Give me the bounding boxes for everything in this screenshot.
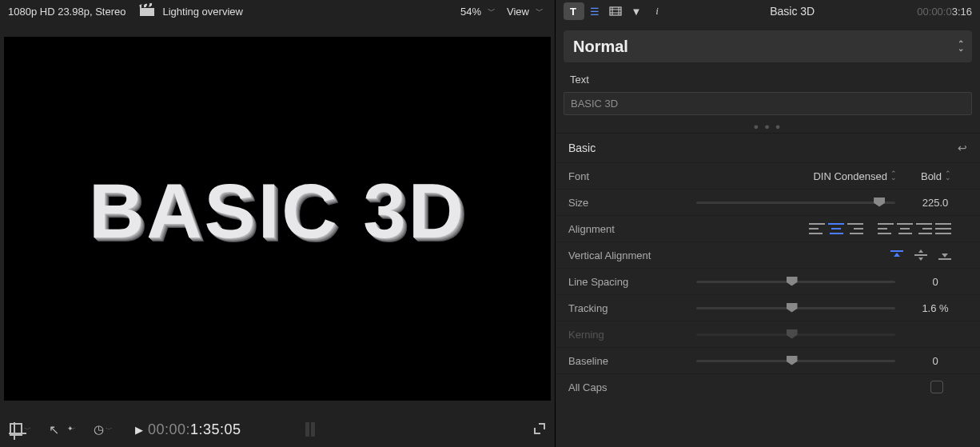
valign-middle[interactable] bbox=[914, 249, 927, 261]
baseline-value[interactable]: 0 bbox=[903, 355, 967, 367]
param-valign: Vertical Alignment bbox=[556, 241, 980, 268]
align-jright[interactable] bbox=[916, 222, 932, 235]
canvas-3d-title: BASIC 3D bbox=[89, 167, 466, 255]
size-label: Size bbox=[568, 197, 688, 209]
reset-button[interactable]: ↩ bbox=[958, 142, 967, 154]
font-family-dropdown[interactable]: DIN Condensed⌃⌄ bbox=[813, 170, 897, 182]
meter-bar bbox=[305, 422, 309, 437]
chevron-down-icon[interactable]: ﹀ bbox=[488, 6, 496, 17]
tracking-value[interactable]: 1.6 % bbox=[903, 302, 967, 314]
format-label: 1080p HD 23.98p, Stereo bbox=[8, 6, 125, 18]
align-jcenter[interactable] bbox=[897, 222, 913, 235]
text-section-label: Text bbox=[556, 67, 980, 89]
param-allcaps: All Caps bbox=[556, 373, 980, 400]
kerning-slider bbox=[696, 333, 895, 336]
inspector-tabs: T ☰ ▼ i bbox=[564, 2, 667, 20]
linespacing-label: Line Spacing bbox=[568, 276, 688, 288]
zoom-value[interactable]: 54% bbox=[460, 6, 481, 18]
align-justify[interactable] bbox=[935, 222, 951, 235]
baseline-slider[interactable] bbox=[696, 360, 895, 362]
valign-label: Vertical Alignment bbox=[568, 249, 688, 261]
viewer-toolbar: ﹀ ↖﹀ ◷﹀ ▶ 00:00:1:35:05 bbox=[0, 412, 555, 447]
align-left[interactable] bbox=[809, 222, 825, 235]
allcaps-checkbox[interactable] bbox=[930, 381, 943, 393]
svg-marker-12 bbox=[942, 253, 948, 257]
clip-title: Lighting overview bbox=[162, 6, 460, 18]
viewer-tools-left: ﹀ ↖﹀ ◷﹀ bbox=[10, 422, 113, 437]
viewer-pane: 1080p HD 23.98p, Stereo Lighting overvie… bbox=[0, 0, 555, 447]
size-value[interactable]: 225.0 bbox=[903, 197, 967, 209]
svg-rect-1 bbox=[610, 7, 621, 15]
retime-tool[interactable]: ◷﹀ bbox=[94, 422, 113, 437]
inspector-header: T ☰ ▼ i Basic 3D 00:00:03:16 bbox=[556, 0, 980, 22]
svg-marker-9 bbox=[918, 249, 923, 253]
tracking-label: Tracking bbox=[568, 302, 688, 314]
updown-icon: ⌃⌄ bbox=[958, 42, 964, 51]
svg-marker-7 bbox=[894, 253, 900, 257]
align-jleft[interactable] bbox=[878, 222, 894, 235]
linespacing-slider[interactable] bbox=[696, 281, 895, 283]
text-style-dropdown[interactable]: Normal ⌃⌄ bbox=[564, 30, 972, 62]
param-tracking: Tracking 1.6 % bbox=[556, 294, 980, 321]
align-right[interactable] bbox=[847, 222, 863, 235]
meter-bar bbox=[311, 422, 315, 437]
inspector-timecode: 00:00:03:16 bbox=[917, 6, 972, 18]
chevron-down-icon[interactable]: ﹀ bbox=[536, 6, 544, 17]
enhance-tool[interactable]: ↖﹀ bbox=[49, 422, 76, 437]
alignment-label: Alignment bbox=[568, 223, 688, 235]
tab-generator[interactable]: ▼ bbox=[626, 2, 647, 20]
param-alignment: Alignment bbox=[556, 215, 980, 241]
tab-title[interactable]: ☰ bbox=[584, 2, 605, 20]
fullscreen-button[interactable] bbox=[534, 423, 545, 437]
align-center[interactable] bbox=[828, 222, 844, 235]
param-font: Font DIN Condensed⌃⌄ Bold⌃⌄ bbox=[556, 162, 980, 189]
tab-text[interactable]: T bbox=[564, 2, 584, 20]
slider-thumb[interactable] bbox=[874, 198, 885, 207]
tab-video[interactable] bbox=[605, 2, 626, 20]
valign-buttons bbox=[890, 249, 967, 261]
basic-label: Basic bbox=[568, 142, 596, 154]
clapper-icon bbox=[140, 5, 154, 18]
slider-thumb[interactable] bbox=[787, 303, 798, 313]
inspector-pane: T ☰ ▼ i Basic 3D 00:00:03:16 Normal ⌃⌄ T… bbox=[555, 0, 980, 447]
param-baseline: Baseline 0 bbox=[556, 347, 980, 373]
viewer-timecode[interactable]: 00:00:1:35:05 bbox=[148, 421, 241, 438]
svg-marker-10 bbox=[918, 257, 923, 261]
crop-tool[interactable]: ﹀ bbox=[10, 423, 31, 436]
view-menu[interactable]: View bbox=[507, 6, 529, 18]
param-kerning: Kerning bbox=[556, 321, 980, 347]
slider-thumb bbox=[787, 329, 798, 339]
tc-dim: 00:00: bbox=[148, 421, 190, 437]
kerning-label: Kerning bbox=[568, 329, 688, 341]
expand-handle[interactable]: ● ● ● bbox=[556, 120, 980, 133]
font-label: Font bbox=[568, 170, 688, 182]
tab-info[interactable]: i bbox=[647, 2, 667, 20]
tc-bright: 1:35:05 bbox=[190, 421, 241, 437]
inspector-title: Basic 3D bbox=[667, 5, 917, 18]
allcaps-label: All Caps bbox=[568, 381, 688, 393]
audio-meters bbox=[305, 422, 315, 437]
text-input[interactable]: BASIC 3D bbox=[564, 92, 972, 115]
linespacing-value[interactable]: 0 bbox=[903, 276, 967, 288]
size-slider[interactable] bbox=[696, 202, 895, 204]
svg-text:T: T bbox=[570, 6, 576, 17]
valign-top[interactable] bbox=[890, 249, 903, 261]
valign-bottom[interactable] bbox=[938, 249, 951, 261]
tracking-slider[interactable] bbox=[696, 307, 895, 309]
font-weight-dropdown[interactable]: Bold⌃⌄ bbox=[921, 170, 951, 182]
baseline-label: Baseline bbox=[568, 355, 688, 367]
slider-thumb[interactable] bbox=[787, 356, 798, 365]
param-linespacing: Line Spacing 0 bbox=[556, 268, 980, 294]
play-button[interactable]: ▶ bbox=[135, 424, 143, 436]
slider-thumb[interactable] bbox=[787, 277, 798, 286]
viewer-canvas[interactable]: BASIC 3D bbox=[4, 37, 551, 401]
param-size: Size 225.0 bbox=[556, 189, 980, 215]
basic-section-header[interactable]: Basic ↩ bbox=[556, 133, 980, 162]
alignment-buttons bbox=[809, 222, 951, 235]
style-label: Normal bbox=[573, 38, 628, 56]
viewer-header: 1080p HD 23.98p, Stereo Lighting overvie… bbox=[0, 0, 555, 22]
